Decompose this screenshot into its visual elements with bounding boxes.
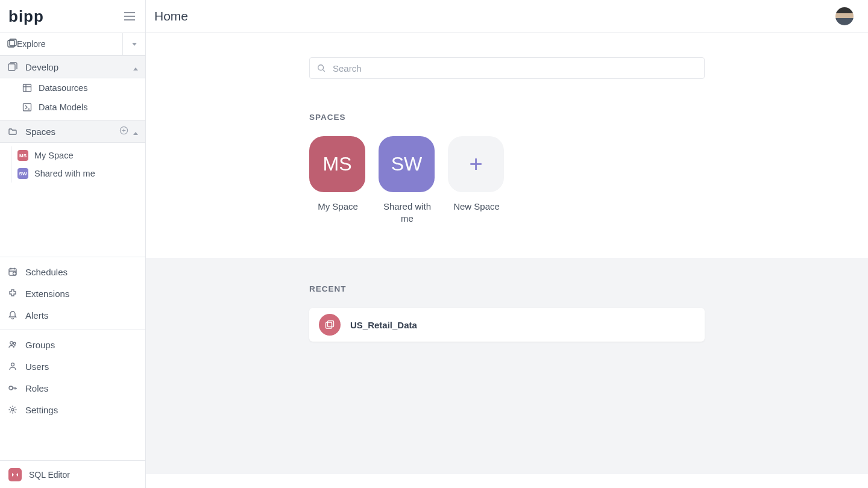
sidebar-space-shared[interactable]: SW Shared with me bbox=[17, 164, 145, 183]
nav-sql-editor-label: SQL Editor bbox=[29, 470, 70, 480]
nav-explore-row: Explore bbox=[0, 33, 145, 55]
recent-item[interactable]: US_Retail_Data bbox=[309, 308, 705, 342]
nav-data-models[interactable]: Data Models bbox=[0, 98, 145, 120]
svg-point-12 bbox=[11, 408, 14, 411]
nav-users[interactable]: Users bbox=[0, 355, 145, 377]
explore-icon bbox=[7, 39, 17, 50]
nav-datasources[interactable]: Datasources bbox=[0, 78, 145, 98]
svg-rect-15 bbox=[328, 321, 334, 327]
user-icon bbox=[7, 361, 18, 372]
svg-rect-14 bbox=[326, 322, 332, 328]
sidebar-space-my-space-label: My Space bbox=[34, 151, 73, 160]
svg-point-7 bbox=[13, 272, 16, 275]
nav-settings-label: Settings bbox=[25, 405, 58, 415]
space-card-new-label: New Space bbox=[448, 201, 505, 213]
nav-sql-editor[interactable]: SQL Editor bbox=[0, 460, 145, 488]
sidebar: bipp Explore Develop bbox=[0, 0, 146, 488]
key-icon bbox=[7, 383, 18, 393]
nav-schedules[interactable]: Schedules bbox=[0, 261, 145, 283]
recent-item-title: US_Retail_Data bbox=[350, 320, 417, 330]
search-input[interactable] bbox=[333, 63, 697, 74]
data-models-icon bbox=[22, 102, 33, 113]
nav-spaces-label: Spaces bbox=[25, 127, 119, 137]
datasource-icon bbox=[325, 320, 335, 330]
nav-explore[interactable]: Explore bbox=[0, 33, 122, 55]
bell-icon bbox=[7, 310, 18, 321]
gear-icon bbox=[7, 404, 18, 415]
spaces-heading: SPACES bbox=[309, 113, 705, 122]
space-card-new[interactable]: + New Space bbox=[448, 136, 505, 224]
space-tile-sw: SW bbox=[379, 136, 435, 192]
space-tile-new: + bbox=[448, 136, 504, 192]
extensions-icon bbox=[7, 288, 18, 299]
nav-groups[interactable]: Groups bbox=[0, 334, 145, 355]
groups-icon bbox=[7, 339, 18, 350]
datasources-icon bbox=[22, 83, 33, 93]
nav-spaces[interactable]: Spaces bbox=[0, 120, 145, 143]
plus-circle-icon bbox=[119, 126, 128, 135]
svg-rect-2 bbox=[8, 64, 15, 70]
search-field[interactable] bbox=[309, 57, 705, 79]
nav-develop[interactable]: Develop bbox=[0, 55, 145, 78]
spaces-icon bbox=[7, 126, 18, 137]
add-space-button[interactable] bbox=[119, 126, 128, 137]
recent-heading: RECENT bbox=[309, 284, 705, 293]
svg-point-11 bbox=[9, 386, 13, 390]
sidebar-tree-area: MS My Space SW Shared with me Schedule bbox=[0, 143, 145, 460]
space-badge-sw: SW bbox=[17, 168, 28, 179]
svg-point-9 bbox=[13, 342, 16, 345]
sidebar-space-shared-label: Shared with me bbox=[34, 169, 95, 178]
develop-icon bbox=[7, 61, 18, 72]
nav-datasources-label: Datasources bbox=[39, 83, 87, 93]
plus-icon: + bbox=[469, 151, 482, 177]
main: Home SPACES MS My Space SW Shared w bbox=[146, 0, 868, 488]
search-icon bbox=[317, 64, 326, 72]
topbar: Home bbox=[146, 0, 868, 33]
svg-point-8 bbox=[10, 342, 13, 345]
nav-alerts[interactable]: Alerts bbox=[0, 304, 145, 326]
sidebar-header: bipp bbox=[0, 0, 145, 33]
recent-item-icon bbox=[319, 314, 341, 336]
nav-extensions[interactable]: Extensions bbox=[0, 283, 145, 304]
space-card-shared-label: Shared with me bbox=[379, 201, 436, 224]
nav-develop-label: Develop bbox=[25, 62, 133, 72]
recent-section: RECENT US_Retail_Data bbox=[146, 258, 868, 474]
explore-dropdown-button[interactable] bbox=[122, 33, 145, 55]
svg-rect-3 bbox=[24, 84, 31, 92]
space-tile-ms: MS bbox=[309, 136, 365, 192]
nav-roles-label: Roles bbox=[25, 383, 48, 393]
nav-roles[interactable]: Roles bbox=[0, 377, 145, 399]
sql-editor-icon bbox=[8, 468, 22, 481]
chevron-up-icon bbox=[133, 62, 138, 72]
page-title: Home bbox=[154, 9, 188, 23]
menu-toggle-button[interactable] bbox=[121, 8, 138, 25]
schedules-icon bbox=[7, 266, 18, 277]
nav-groups-label: Groups bbox=[25, 340, 55, 350]
svg-point-10 bbox=[11, 363, 14, 366]
nav-schedules-label: Schedules bbox=[25, 267, 68, 277]
space-card-shared[interactable]: SW Shared with me bbox=[379, 136, 436, 224]
avatar[interactable] bbox=[835, 7, 854, 25]
nav-explore-label: Explore bbox=[17, 39, 45, 49]
spaces-row: MS My Space SW Shared with me + New Spac… bbox=[309, 136, 705, 224]
svg-point-13 bbox=[318, 65, 324, 70]
sidebar-space-my-space[interactable]: MS My Space bbox=[17, 146, 145, 164]
menu-icon bbox=[124, 12, 135, 20]
content-scroll: SPACES MS My Space SW Shared with me + bbox=[146, 33, 868, 488]
nav-settings[interactable]: Settings bbox=[0, 399, 145, 421]
nav-extensions-label: Extensions bbox=[25, 289, 69, 299]
logo[interactable]: bipp bbox=[8, 7, 44, 26]
nav-data-models-label: Data Models bbox=[39, 102, 87, 112]
nav-users-label: Users bbox=[25, 361, 49, 372]
space-badge-ms: MS bbox=[17, 150, 28, 161]
nav-alerts-label: Alerts bbox=[25, 310, 48, 321]
chevron-up-icon bbox=[133, 127, 138, 137]
space-card-my-space[interactable]: MS My Space bbox=[309, 136, 366, 224]
space-card-my-space-label: My Space bbox=[309, 201, 366, 213]
